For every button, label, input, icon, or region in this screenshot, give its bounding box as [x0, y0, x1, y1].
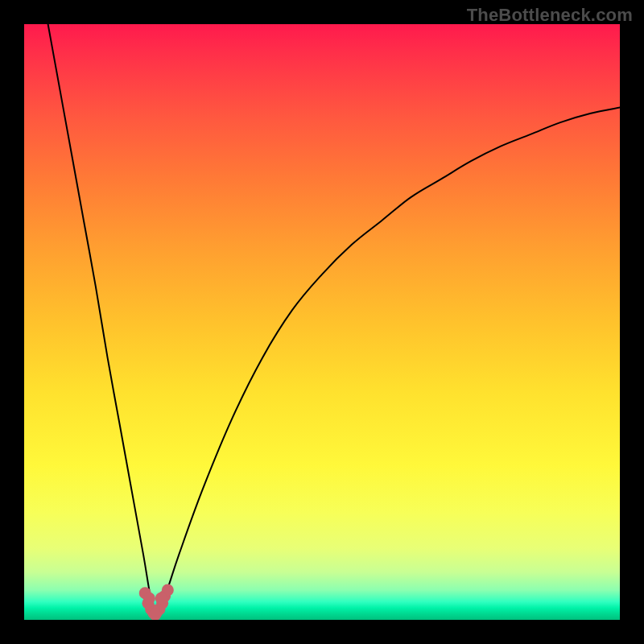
- watermark-text: TheBottleneck.com: [467, 5, 633, 26]
- highlight-dots-layer: [139, 584, 174, 621]
- right-branch-curve: [155, 108, 620, 620]
- chart-frame: TheBottleneck.com: [0, 0, 644, 644]
- curves-svg: [24, 24, 620, 620]
- left-branch-curve: [48, 24, 155, 620]
- highlight-dot: [143, 592, 155, 605]
- highlight-dot: [155, 592, 167, 605]
- curve-layer: [48, 24, 620, 620]
- plot-area: [24, 24, 620, 620]
